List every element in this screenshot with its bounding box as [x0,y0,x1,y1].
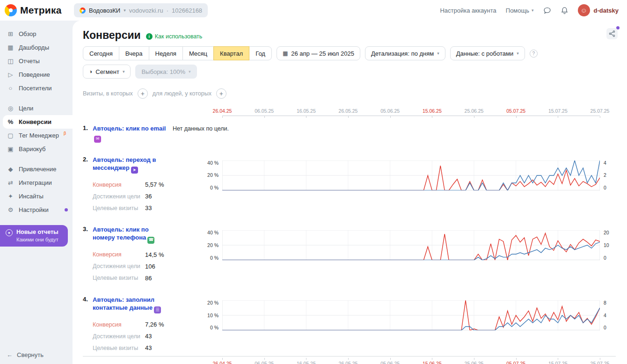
metric-value: 14,5 % [145,251,164,258]
y-axis-left: 40 %20 %0 % [201,160,222,190]
goal-link[interactable]: Автоцель: клик по email✉ [93,124,171,143]
share-graph-icon[interactable] [606,28,618,39]
top-header: Метрика ВодовозКИ ▾ vodovozki.ru · 10266… [0,0,627,21]
contact-form-icon: ☰ [154,306,161,313]
y-tick-label: 8 [604,300,616,306]
y-tick-label: 0 [604,325,616,330]
sidebar-item-label: Отчеты [19,58,40,65]
axis-date-label: 16.05.25 [297,361,316,364]
data-mode-dropdown[interactable]: Данные: с роботами ▾ [450,46,525,60]
counter-icon [80,7,86,14]
new-reports-subtitle: Какими они будут [16,237,58,242]
chart-plot-area [222,300,600,330]
add-visit-filter-button[interactable]: + [138,88,148,99]
visitor-icon: ○ [7,85,15,92]
axis-tick [264,116,265,118]
user-menu[interactable]: ☺ d-datsky [578,4,619,16]
y-tick-label: 20 [604,230,616,235]
sampling-dropdown[interactable]: Выборка: 100% ▾ [135,65,197,79]
series-conversion [222,166,600,190]
percent-icon: % [7,118,15,125]
chevron-down-icon: ▾ [517,51,519,56]
how-to-use-link[interactable]: i Как использовать [146,33,203,40]
sidebar-item-settings[interactable]: ⚙Настройки [0,203,73,217]
collapse-label: Свернуть [17,351,44,358]
goal-link[interactable]: Автоцель: клик по номеру телефона☎ [93,226,171,244]
counter-name: ВодовозКИ [89,7,120,14]
metric-label: Достижения цели [93,263,145,269]
sidebar-item-overview[interactable]: ⊞Обзор [0,27,73,41]
period-tab-quarter[interactable]: Квартал [213,46,249,60]
add-people-filter-button[interactable]: + [216,88,226,99]
period-tabs: СегодняВчераНеделяМесяцКварталГод [83,46,272,60]
segment-button[interactable]: ◑ Сегмент ▾ [83,65,131,79]
sidebar-item-label: Привлечение [19,166,57,173]
collapse-sidebar-button[interactable]: ← Свернуть [0,346,73,364]
metrika-logo[interactable]: Метрика [5,4,74,16]
goal-link[interactable]: Автоцель: переход в мессенджер➤ [93,156,171,174]
detalization-dropdown[interactable]: Детализация: по дням ▾ [365,46,445,60]
help-menu[interactable]: Помощь▾ [506,7,534,14]
sidebar-item-conversions[interactable]: %Конверсии [3,115,73,129]
y-tick-label: 4 [604,313,616,318]
new-reports-banner[interactable]: ● Новые отчеты Какими они будут [0,225,68,247]
sidebar-item-integrations[interactable]: ⇄Интеграции [0,176,73,189]
axis-tick [516,116,517,118]
counter-selector[interactable]: ВодовозКИ ▾ vodovozki.ru · 102662168 [74,3,208,17]
axis-date-label: 25.06.25 [465,361,484,364]
axis-date-label: 05.06.25 [380,361,400,364]
sidebar-item-label: Дашборды [19,44,49,51]
y-tick-label: 4 [604,160,616,166]
sidebar-item-insights[interactable]: ✦Инсайты [0,189,73,203]
how-to-use-label: Как использовать [155,33,203,40]
period-tab-today[interactable]: Сегодня [83,46,119,60]
sidebar-item-acquisition[interactable]: ◆Привлечение [0,162,73,176]
metrika-logo-icon [5,4,17,16]
metric-label: Достижения цели [93,333,145,340]
y-axis-right: 840 [600,300,616,330]
sidebar-item-label: Посетители [19,85,52,92]
date-range-button[interactable]: ▦ 26 апр — 25 июл 2025 [277,46,360,60]
help-circle-icon[interactable]: ? [530,50,538,58]
y-tick-label: 20 % [207,300,219,306]
axis-tick [264,358,265,360]
axis-tick [348,116,349,118]
sidebar-item-label: Вариокуб [19,146,46,153]
metric-label: Конверсия [93,321,145,328]
sidebar-item-visitors[interactable]: ○Посетители [0,81,73,95]
bell-icon[interactable] [561,7,569,15]
period-tab-year[interactable]: Год [249,46,272,60]
sidebar-item-dashboards[interactable]: ▦Дашборды [0,41,73,54]
new-reports-title: Новые отчеты [16,229,58,236]
metric-label: Достижения цели [93,193,145,200]
axis-tick [558,116,558,118]
series-goal-reaches [222,308,600,330]
axis-tick [516,358,517,360]
y-axis-left: 40 %20 %0 % [201,230,222,260]
period-tab-month[interactable]: Месяц [182,46,214,60]
axis-date-label: 26.04.25 [213,108,232,114]
filter-people-label: для людей, у которых [153,90,211,97]
axis-date-label: 26.05.25 [339,361,358,364]
metric-value: 86 [145,275,152,282]
target-icon: ◎ [7,105,15,112]
axis-tick [390,116,391,118]
axis-date-label: 06.05.25 [255,108,274,114]
period-tab-yesterday[interactable]: Вчера [119,46,149,60]
axis-tick [600,358,600,360]
sidebar-item-tag-manager[interactable]: ▢Тег Менеджерβ [0,129,73,142]
play-icon: ▷ [7,71,15,78]
sidebar-item-behavior[interactable]: ▷Поведение [0,68,73,81]
period-tab-week[interactable]: Неделя [149,46,183,60]
goal-link[interactable]: Автоцель: заполнил контактные данные☰ [93,296,171,314]
account-settings-link[interactable]: Настройка аккаунта [440,7,496,14]
sidebar-item-variocube[interactable]: ▣Вариокуб [0,142,73,156]
sidebar-item-goals[interactable]: ◎Цели [0,102,73,115]
sidebar-item-reports[interactable]: ◫Отчеты [0,54,73,68]
filter-visits-label: Визиты, в которых [83,90,133,97]
goal-number: 2. [83,156,90,174]
goal-row-4: 4. Автоцель: заполнил контактные данные☰… [83,296,616,353]
cube-icon: ▣ [7,146,15,153]
axis-tick [474,358,474,360]
chat-icon[interactable] [543,7,551,15]
